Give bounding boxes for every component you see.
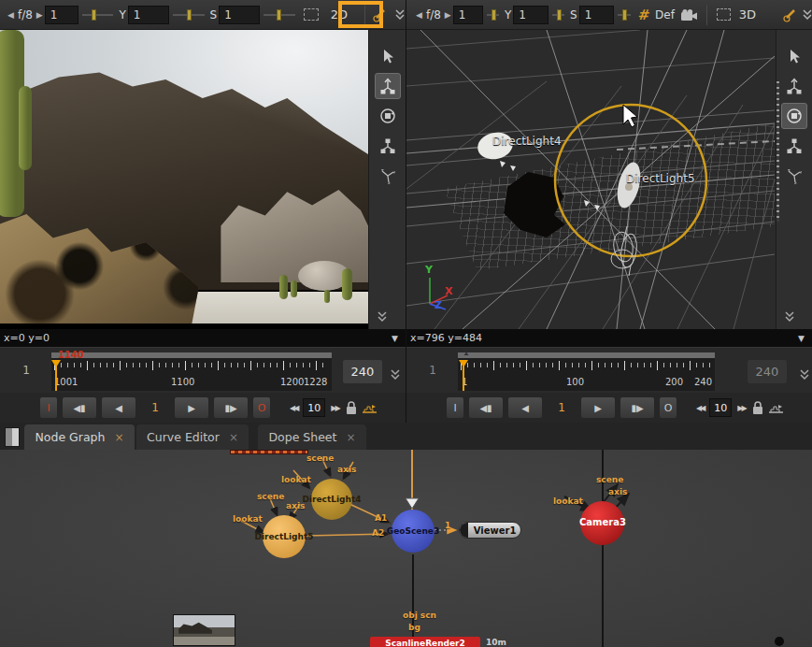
lock-range-icon[interactable] (751, 400, 764, 415)
tools-collapse-icon[interactable] (377, 310, 388, 324)
roi-icon[interactable] (717, 8, 731, 21)
frame-increment-input[interactable]: 10 (709, 398, 732, 417)
pipe-label-axis: axis (608, 487, 627, 496)
axis-z-label: Z (434, 299, 442, 311)
cactus-small (342, 268, 352, 300)
set-in-point-button[interactable]: I (39, 396, 58, 419)
step-back-button[interactable]: ◀ (101, 396, 136, 419)
pipe-label-lookat: lookat (281, 475, 311, 484)
close-icon[interactable]: × (114, 431, 123, 444)
next-keyframe-button[interactable]: ▮▶ (620, 396, 655, 419)
rotate-tool-button[interactable] (375, 103, 401, 129)
status-dropdown-icon[interactable]: ▼ (392, 334, 398, 343)
fstop-next-button[interactable]: ▶ (443, 10, 453, 20)
prev-keyframe-button[interactable]: ◀▮ (62, 396, 97, 419)
playhead-line[interactable] (463, 360, 464, 391)
flipbook-ramp-icon[interactable] (362, 401, 378, 414)
range-start-display[interactable]: 1 (9, 359, 43, 381)
tools-collapse-icon[interactable] (784, 310, 795, 324)
tab-dope-sheet[interactable]: Dope Sheet × (258, 424, 366, 450)
eyedropper-icon[interactable] (372, 7, 387, 22)
close-icon[interactable]: × (229, 431, 238, 444)
mini-scrollbar[interactable] (776, 81, 779, 222)
pipe-label-lookat: lookat (233, 514, 263, 524)
read-node-thumbnail[interactable] (173, 614, 235, 646)
fstop-prev-button[interactable]: ◀ (6, 10, 16, 20)
roi-icon[interactable] (304, 8, 319, 21)
wireframe-grid-icon[interactable]: # (636, 7, 650, 23)
playhead-line[interactable] (55, 360, 57, 391)
gamma-slider[interactable] (173, 14, 205, 16)
node-viewer1[interactable]: Viewer1 (459, 522, 521, 539)
saturation-slider[interactable] (618, 14, 630, 16)
fstop-prev-button[interactable]: ◀ (414, 10, 424, 20)
saturation-input[interactable]: 1 (219, 6, 260, 24)
range-end-display[interactable]: 240 (748, 360, 787, 383)
close-icon[interactable]: × (346, 431, 355, 444)
gamma-input[interactable]: 1 (513, 6, 548, 24)
gain-input[interactable]: 1 (45, 6, 78, 24)
node-graph-canvas[interactable]: scene axis lookat scene axis lookat scen… (0, 450, 812, 647)
skew-tool-button[interactable] (781, 163, 807, 189)
jump-back-button[interactable]: ◀◀ (288, 404, 299, 412)
toolbar-collapse-icon[interactable] (394, 8, 406, 22)
node-dot[interactable] (775, 637, 784, 646)
step-forward-button[interactable]: ▶ (174, 396, 209, 419)
default-display-button[interactable]: Def (655, 8, 675, 22)
lock-range-icon[interactable] (345, 400, 358, 415)
scale-tool-button[interactable] (375, 133, 401, 159)
timeline-ruler[interactable]: 1 100 200 240 (458, 358, 715, 391)
camera-icon[interactable] (680, 8, 698, 22)
frame-increment-input[interactable]: 10 (303, 398, 325, 417)
viewer-mode-3d-button[interactable]: 3D (739, 7, 756, 22)
timeline-ruler[interactable]: 1001 1100 1200 1228 (51, 358, 332, 391)
jump-back-button[interactable]: ◀◀ (694, 404, 705, 412)
pipe-label-scene: scene (257, 492, 284, 501)
tab-node-graph[interactable]: Node Graph × (24, 424, 135, 450)
timeline-collapse-icon[interactable] (390, 368, 401, 381)
set-out-point-button[interactable]: O (659, 396, 677, 419)
rotate-tool-button[interactable] (781, 103, 807, 129)
jump-forward-button[interactable]: ▶▶ (329, 404, 340, 412)
saturation-slider[interactable] (264, 14, 295, 16)
scale-tool-button[interactable] (781, 133, 807, 159)
translate-tool-button[interactable] (781, 73, 807, 99)
set-in-point-button[interactable]: I (446, 396, 464, 419)
step-forward-button[interactable]: ▶ (580, 396, 616, 419)
gain-slider[interactable] (82, 14, 114, 16)
node-scanlinerender2[interactable]: ScanlineRender2 (370, 637, 480, 647)
range-start-display[interactable]: 1 (416, 359, 449, 381)
node-label-suffix: 10m (486, 638, 514, 647)
cropped-node[interactable] (230, 450, 308, 454)
viewer-mode-2d-button[interactable]: 2D (331, 7, 348, 22)
fstop-label[interactable]: f/8 (426, 8, 441, 22)
fstop-next-button[interactable]: ▶ (35, 10, 45, 20)
saturation-input[interactable]: 1 (579, 6, 615, 24)
tab-curve-editor[interactable]: Curve Editor × (136, 424, 249, 450)
prev-keyframe-button[interactable]: ◀▮ (468, 396, 504, 419)
next-keyframe-button[interactable]: ▮▶ (213, 396, 249, 419)
fstop-label[interactable]: f/8 (18, 8, 33, 22)
jump-forward-button[interactable]: ▶▶ (735, 404, 747, 412)
gain-input[interactable]: 1 (453, 6, 483, 24)
eyedropper-icon[interactable] (782, 7, 796, 22)
gain-slider[interactable] (487, 14, 499, 16)
status-dropdown-icon[interactable]: ▼ (798, 334, 805, 343)
viewer3d-canvas[interactable]: DirectLight4 DirectLight5 Y X Z (406, 30, 776, 329)
viewer2d-canvas[interactable] (0, 30, 368, 329)
current-frame-display[interactable]: 1 (547, 401, 577, 414)
skew-tool-button[interactable] (375, 163, 401, 189)
pointer-tool-button[interactable] (781, 43, 807, 69)
set-out-point-button[interactable]: O (252, 396, 271, 419)
flipbook-ramp-icon[interactable] (768, 401, 785, 414)
pointer-tool-button[interactable] (375, 43, 401, 69)
range-end-display[interactable]: 240 (343, 360, 382, 383)
current-frame-display[interactable]: 1 (140, 401, 170, 414)
step-back-button[interactable]: ◀ (507, 396, 543, 419)
timeline-collapse-icon[interactable] (799, 368, 810, 381)
translate-tool-button[interactable] (375, 73, 401, 99)
gamma-input[interactable]: 1 (128, 6, 169, 24)
toolbar-collapse-icon[interactable] (802, 8, 812, 22)
pane-layout-icon[interactable] (5, 427, 20, 447)
gamma-slider[interactable] (552, 14, 564, 16)
